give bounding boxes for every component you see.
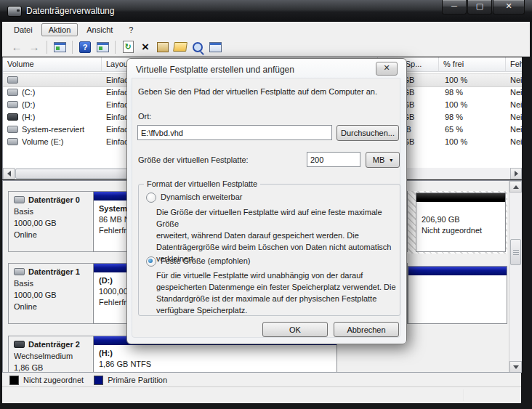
maximize-button[interactable]: ▢ (467, 0, 492, 15)
app-icon (7, 6, 22, 17)
scroll-down-button[interactable] (509, 361, 522, 373)
format-groupbox-label: Format der virtuellen Festplatte (144, 179, 260, 188)
console-tree-icon[interactable] (53, 41, 66, 54)
disk0-label-panel[interactable]: Datenträger 0 Basis 1000,00 GB Online (8, 191, 94, 252)
chevron-down-icon: ▾ (390, 157, 392, 163)
folder-open-icon[interactable] (174, 41, 187, 54)
toolbar: ← → ? ↻ × (2, 38, 530, 57)
legend-primary-label: Primäre Partition (108, 376, 167, 384)
scrollbar-thumb[interactable] (510, 239, 521, 265)
menu-aktion[interactable]: Aktion (41, 23, 78, 36)
location-label: Ort: (138, 112, 151, 121)
fixed-radio[interactable] (146, 256, 156, 267)
column-header-volume[interactable]: Volume (3, 57, 102, 72)
volume-icon (7, 101, 18, 108)
window-controls: ─ ▢ ✕ (441, 0, 525, 15)
size-label: Größe der virtuellen Festplatte: (138, 155, 249, 164)
disk-icon (14, 268, 25, 275)
path-input[interactable] (137, 125, 332, 140)
disk0-unallocated-region[interactable]: 206,90 GB Nicht zugeordnet (408, 191, 507, 254)
close-button[interactable]: ✕ (493, 0, 525, 15)
status-separator (464, 389, 465, 401)
dynamic-radio-label[interactable]: Dynamisch erweiterbar (161, 193, 242, 201)
refresh-icon[interactable]: ↻ (121, 41, 134, 54)
disk-icon (14, 196, 25, 203)
legend-bar: Nicht zugeordnet Primäre Partition (2, 372, 521, 387)
vertical-scrollbar[interactable] (509, 181, 522, 373)
browse-button[interactable]: Durchsuchen... (336, 125, 399, 141)
volume-icon (7, 138, 18, 145)
toolbar-separator (47, 41, 47, 54)
cancel-button[interactable]: Abbrechen (334, 322, 399, 337)
size-input[interactable] (307, 152, 360, 167)
disk1-label-panel[interactable]: Datenträger 1 Basis 1000,00 GB Online (8, 263, 94, 324)
volume-icon (7, 126, 18, 133)
disk0-unallocated-block[interactable]: 206,90 GB Nicht zugeordnet (416, 193, 506, 252)
dialog-instruction: Geben Sie den Pfad der virtuellen Festpl… (138, 87, 377, 96)
partition-color-bar (408, 267, 507, 275)
toolbar-separator (72, 41, 73, 54)
unit-dropdown[interactable]: MB ▾ (366, 152, 400, 168)
properties-icon[interactable] (156, 41, 169, 54)
title-bar: Datenträgerverwaltung ─ ▢ ✕ (0, 0, 532, 22)
legend-unallocated-label: Nicht zugeordnet (23, 376, 84, 384)
dynamic-radio[interactable] (146, 193, 156, 203)
forward-icon[interactable]: → (28, 41, 41, 54)
disk1-partition-e[interactable] (408, 266, 507, 324)
scroll-right-button[interactable] (510, 168, 522, 179)
toolbar-separator (115, 41, 116, 54)
volume-icon (7, 76, 18, 84)
window-title: Datenträgerverwaltung (26, 6, 114, 16)
menu-hilfe[interactable]: ? (121, 23, 140, 36)
menu-datei[interactable]: Datei (7, 23, 40, 36)
dialog-title: Virtuelle Festplatte erstellen und anfüg… (136, 65, 294, 75)
help-icon[interactable]: ? (78, 41, 92, 54)
column-header-percent-free[interactable]: % frei (439, 57, 506, 72)
primary-partition-swatch (94, 376, 103, 385)
fixed-description: Für die virtuelle Festplatte wird unabhä… (156, 270, 396, 316)
unallocated-color-bar (416, 193, 505, 202)
back-icon[interactable]: ← (10, 41, 23, 54)
search-icon[interactable] (191, 41, 204, 54)
scroll-up-button[interactable] (509, 181, 522, 193)
disk2-label-panel[interactable]: Datenträger 2 Wechselmedium 1,86 GB (8, 336, 94, 373)
unallocated-swatch (9, 376, 19, 385)
scroll-left-button[interactable] (3, 168, 15, 179)
column-header-fault-tolerance[interactable]: Fehlertoleranz (506, 57, 522, 72)
dialog-body: Geben Sie den Pfad der virtuellen Festpl… (132, 78, 400, 338)
disk-icon (14, 341, 25, 348)
menu-bar: Datei Aktion Ansicht ? (2, 22, 530, 38)
fixed-radio-label[interactable]: Feste Größe (empfohlen) (161, 256, 251, 265)
minimize-button[interactable]: ─ (442, 0, 467, 15)
volume-icon (7, 113, 18, 121)
snapin-icon[interactable] (209, 41, 222, 54)
menu-ansicht[interactable]: Ansicht (79, 23, 120, 36)
create-vhd-dialog: Virtuelle Festplatte erstellen und anfüg… (126, 58, 407, 344)
status-bar (2, 386, 521, 403)
ok-button[interactable]: OK (262, 322, 328, 337)
dialog-close-button[interactable]: ✕ (376, 62, 398, 76)
delete-icon[interactable]: × (139, 41, 152, 54)
dynamic-description: Die Größe der virtuellen Festplatte wird… (156, 206, 396, 264)
volume-icon (7, 89, 18, 96)
action-pane-icon[interactable] (96, 41, 109, 54)
